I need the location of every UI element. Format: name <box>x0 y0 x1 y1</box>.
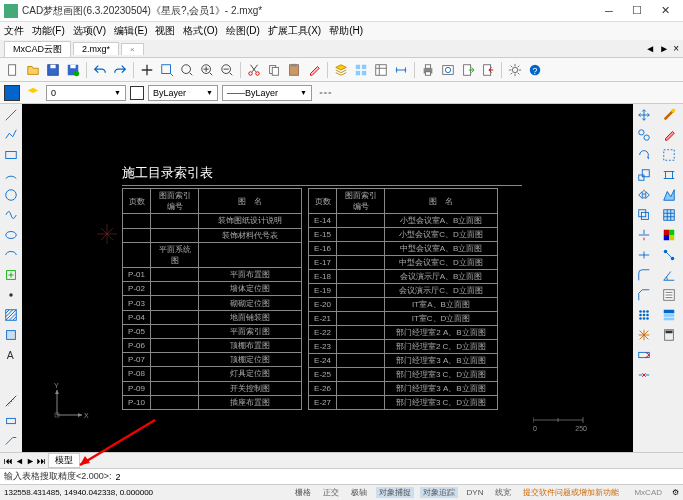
open-icon[interactable] <box>24 61 42 79</box>
break-icon[interactable] <box>635 366 653 384</box>
close-button[interactable]: ✕ <box>651 2 679 20</box>
export-icon[interactable] <box>459 61 477 79</box>
tab-nav-right[interactable]: ► <box>659 43 669 54</box>
move-icon[interactable] <box>635 106 653 124</box>
feedback-link[interactable]: 提交软件问题或增加新功能 <box>520 487 622 498</box>
cut-icon[interactable] <box>245 61 263 79</box>
extend-icon[interactable] <box>635 246 653 264</box>
zoom-window-icon[interactable] <box>158 61 176 79</box>
layout-nav-prev[interactable]: ◄ <box>15 456 24 466</box>
insert-block-icon[interactable] <box>2 266 20 284</box>
color-tool-icon[interactable] <box>660 226 678 244</box>
leader-icon[interactable] <box>2 432 20 450</box>
lineweight-combo[interactable]: —— ByLayer▼ <box>222 85 312 101</box>
menu-view[interactable]: 视图 <box>155 24 175 38</box>
layout-nav-next[interactable]: ► <box>26 456 35 466</box>
linetype-combo[interactable]: ByLayer▼ <box>148 85 218 101</box>
print-icon[interactable] <box>419 61 437 79</box>
tab-close[interactable]: × <box>121 43 144 55</box>
erase2-icon[interactable] <box>660 126 678 144</box>
layout-nav-last[interactable]: ⏭ <box>37 456 46 466</box>
measure-icon[interactable] <box>2 392 20 410</box>
match-icon[interactable] <box>660 106 678 124</box>
erase-icon[interactable] <box>305 61 323 79</box>
help-icon[interactable]: ? <box>526 61 544 79</box>
drawing-canvas[interactable]: 施工目录索引表 页数图面索引编号图 名 装饰图纸设计说明装饰材料代号表平面系统图… <box>22 104 633 452</box>
menu-edit[interactable]: 编辑(E) <box>114 24 147 38</box>
explode-icon[interactable] <box>635 326 653 344</box>
tab-drawing[interactable]: 2.mxg* <box>73 42 119 55</box>
point-icon[interactable] <box>2 286 20 304</box>
area-icon[interactable] <box>660 186 678 204</box>
hatch-icon[interactable] <box>2 306 20 324</box>
mirror-icon[interactable] <box>635 186 653 204</box>
menu-file[interactable]: 文件 <box>4 24 24 38</box>
zoom-in-icon[interactable] <box>198 61 216 79</box>
dist-icon[interactable] <box>660 246 678 264</box>
menu-format[interactable]: 格式(O) <box>183 24 217 38</box>
region-icon[interactable] <box>2 326 20 344</box>
copy2-icon[interactable] <box>635 126 653 144</box>
spline-icon[interactable] <box>2 206 20 224</box>
menu-draw[interactable]: 绘图(D) <box>226 24 260 38</box>
maximize-button[interactable]: ☐ <box>623 2 651 20</box>
layer-combo[interactable]: 0▼ <box>46 85 126 101</box>
rotate-icon[interactable] <box>635 146 653 164</box>
color-swatch[interactable] <box>130 86 144 100</box>
settings-icon[interactable] <box>506 61 524 79</box>
arc-icon[interactable] <box>2 166 20 184</box>
toggle-polar[interactable]: 极轴 <box>348 487 370 498</box>
polyline-icon[interactable] <box>2 126 20 144</box>
tab-model[interactable]: 模型 <box>48 453 80 468</box>
layer-manager-icon[interactable] <box>24 84 42 102</box>
dim-icon[interactable] <box>392 61 410 79</box>
ellipse-icon[interactable] <box>2 226 20 244</box>
toggle-lwt[interactable]: 线宽 <box>492 487 514 498</box>
toggle-osnap[interactable]: 对象捕捉 <box>376 487 414 498</box>
mtext-icon[interactable]: A <box>2 346 20 364</box>
paste-icon[interactable] <box>285 61 303 79</box>
minimize-button[interactable]: ─ <box>595 2 623 20</box>
toggle-grid[interactable]: 栅格 <box>292 487 314 498</box>
toggle-otrack[interactable]: 对象追踪 <box>420 487 458 498</box>
calc-icon[interactable] <box>660 326 678 344</box>
dim-linear-icon[interactable] <box>2 412 20 430</box>
undo-icon[interactable] <box>91 61 109 79</box>
scale-icon[interactable] <box>635 166 653 184</box>
preview-icon[interactable] <box>439 61 457 79</box>
saveas-icon[interactable] <box>64 61 82 79</box>
fillet-icon[interactable] <box>635 266 653 284</box>
linetype-icon[interactable] <box>316 84 334 102</box>
circle-icon[interactable] <box>2 186 20 204</box>
chamfer-icon[interactable] <box>635 286 653 304</box>
tab-nav-left[interactable]: ◄ <box>645 43 655 54</box>
save-icon[interactable] <box>44 61 62 79</box>
line-icon[interactable] <box>2 106 20 124</box>
rect-icon[interactable] <box>2 146 20 164</box>
menu-tools[interactable]: 扩展工具(X) <box>268 24 321 38</box>
list-icon[interactable] <box>660 286 678 304</box>
zoom-extents-icon[interactable] <box>178 61 196 79</box>
trim-icon[interactable] <box>635 226 653 244</box>
layer-color-swatch[interactable] <box>4 85 20 101</box>
menu-options[interactable]: 选项(V) <box>73 24 106 38</box>
import-icon[interactable] <box>479 61 497 79</box>
pan-icon[interactable] <box>138 61 156 79</box>
properties-icon[interactable] <box>372 61 390 79</box>
tab-close-all[interactable]: × <box>673 43 679 54</box>
redo-icon[interactable] <box>111 61 129 79</box>
zoom-out-icon[interactable] <box>218 61 236 79</box>
menu-help[interactable]: 帮助(H) <box>329 24 363 38</box>
array-icon[interactable] <box>635 306 653 324</box>
menu-function[interactable]: 功能(F) <box>32 24 65 38</box>
offset-icon[interactable] <box>635 206 653 224</box>
toggle-ortho[interactable]: 正交 <box>320 487 342 498</box>
ellipse-arc-icon[interactable] <box>2 246 20 264</box>
new-icon[interactable] <box>4 61 22 79</box>
status-config-icon[interactable]: ⚙ <box>672 488 679 497</box>
dim-tool-icon[interactable] <box>660 166 678 184</box>
tab-cloud[interactable]: MxCAD云图 <box>4 41 71 57</box>
grid-icon[interactable] <box>660 206 678 224</box>
copy-icon[interactable] <box>265 61 283 79</box>
block-icon[interactable] <box>352 61 370 79</box>
